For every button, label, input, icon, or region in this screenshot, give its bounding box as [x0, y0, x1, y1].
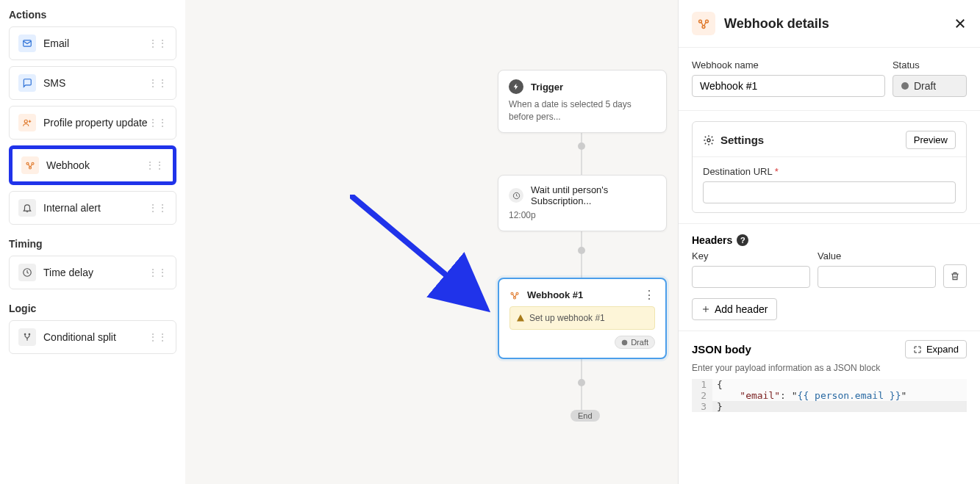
action-sms[interactable]: SMS ⋮⋮: [9, 66, 176, 100]
webhook-details-panel: Webhook details Webhook name Status Draf…: [678, 0, 980, 484]
action-time-delay[interactable]: Time delay ⋮⋮: [9, 256, 176, 289]
section-logic-title: Logic: [9, 300, 176, 320]
draft-pill: Draft: [615, 336, 655, 349]
trigger-node[interactable]: Trigger When a date is selected 5 days b…: [498, 70, 667, 133]
flow-dot: [578, 247, 585, 254]
gear-icon: [703, 134, 715, 146]
header-value-label: Value: [818, 250, 936, 261]
plus-icon: [701, 305, 710, 314]
headers-title: Headers: [692, 234, 732, 246]
header-key-label: Key: [692, 250, 810, 261]
section-timing-title: Timing: [9, 235, 176, 256]
end-pill: End: [571, 410, 600, 422]
drag-handle-icon[interactable]: ⋮⋮: [148, 267, 167, 278]
warning-text: Set up webhook #1: [529, 313, 605, 323]
flow-canvas[interactable]: Trigger When a date is selected 5 days b…: [185, 0, 678, 484]
header-value-input[interactable]: [818, 266, 936, 288]
json-body-title: JSON body: [692, 343, 751, 355]
alert-icon: [18, 199, 36, 217]
svg-point-12: [699, 20, 702, 23]
action-conditional-split[interactable]: Conditional split ⋮⋮: [9, 320, 176, 354]
svg-point-1: [24, 120, 27, 123]
split-icon: [18, 328, 36, 346]
destination-url-input[interactable]: [703, 181, 956, 203]
trigger-icon: [509, 79, 523, 94]
annotation-arrow: [350, 195, 497, 319]
svg-line-11: [350, 195, 486, 308]
json-body-editor[interactable]: 1{ 2 "email": "{{ person.email }}" 3}: [692, 379, 967, 412]
status-label: Status: [893, 59, 967, 71]
draft-icon: [621, 339, 628, 346]
status-button[interactable]: Draft: [893, 75, 967, 97]
warning-icon: [516, 314, 525, 322]
flow-dot: [578, 142, 585, 150]
clock-icon: [18, 264, 36, 281]
node-title: Webhook #1: [527, 289, 583, 300]
email-icon: [18, 35, 36, 52]
drag-handle-icon[interactable]: ⋮⋮: [148, 331, 167, 343]
sms-icon: [18, 74, 36, 92]
action-webhook[interactable]: Webhook ⋮⋮: [9, 145, 176, 185]
wait-time: 12:00p: [509, 209, 656, 222]
action-label: Profile property update: [43, 117, 148, 129]
action-internal-alert[interactable]: Internal alert ⋮⋮: [9, 191, 176, 225]
drag-handle-icon[interactable]: ⋮⋮: [148, 202, 167, 214]
webhook-name-input[interactable]: [692, 75, 885, 97]
expand-icon: [913, 345, 922, 354]
expand-button[interactable]: Expand: [905, 340, 967, 358]
destination-url-label: Destination URL *: [703, 166, 956, 177]
webhook-icon: [21, 156, 39, 174]
actions-sidebar: Actions Email ⋮⋮ SMS ⋮⋮ Profile property…: [0, 0, 185, 484]
draft-icon: [901, 82, 909, 90]
clock-icon: [509, 188, 523, 203]
action-label: Time delay: [43, 267, 93, 278]
header-key-input[interactable]: [692, 266, 810, 288]
preview-button[interactable]: Preview: [906, 131, 956, 149]
wait-node[interactable]: Wait until person's Subscription... 12:0…: [498, 175, 667, 231]
help-icon[interactable]: ?: [737, 234, 748, 246]
node-title: Trigger: [531, 82, 563, 93]
action-label: SMS: [43, 77, 65, 89]
drag-handle-icon[interactable]: ⋮⋮: [148, 77, 167, 89]
node-title: Wait until person's Subscription...: [531, 184, 656, 206]
svg-point-13: [706, 20, 709, 23]
panel-title: Webhook details: [724, 16, 829, 32]
svg-point-7: [511, 292, 513, 295]
action-label: Webhook: [46, 159, 90, 171]
flow-dot: [578, 379, 585, 386]
drag-handle-icon[interactable]: ⋮⋮: [145, 159, 164, 171]
svg-point-15: [901, 82, 909, 90]
more-icon[interactable]: ⋮: [643, 288, 655, 302]
webhook-node[interactable]: Webhook #1 ⋮ Set up webhook #1 Draft: [498, 278, 667, 359]
node-warning: Set up webhook #1: [509, 306, 655, 330]
settings-title: Settings: [720, 134, 764, 146]
trash-icon: [950, 271, 960, 281]
svg-point-10: [622, 339, 628, 345]
svg-point-16: [707, 139, 710, 142]
drag-handle-icon[interactable]: ⋮⋮: [148, 37, 167, 49]
close-icon[interactable]: [954, 17, 967, 30]
drag-handle-icon[interactable]: ⋮⋮: [148, 117, 167, 129]
action-email[interactable]: Email ⋮⋮: [9, 26, 176, 60]
webhook-icon: [509, 290, 520, 300]
action-profile-property-update[interactable]: Profile property update ⋮⋮: [9, 106, 176, 140]
action-label: Internal alert: [43, 202, 101, 214]
action-label: Conditional split: [43, 331, 116, 343]
node-subtitle: When a date is selected 5 days before pe…: [509, 98, 656, 123]
profile-update-icon: [18, 114, 36, 131]
svg-point-8: [516, 292, 518, 295]
section-actions-title: Actions: [9, 6, 176, 26]
webhook-name-label: Webhook name: [692, 59, 885, 71]
action-label: Email: [43, 37, 69, 49]
webhook-icon: [692, 12, 715, 35]
json-body-help: Enter your payload information as a JSON…: [692, 363, 967, 373]
delete-header-button[interactable]: [943, 264, 967, 288]
svg-point-3: [32, 162, 34, 165]
add-header-button[interactable]: Add header: [692, 298, 777, 320]
svg-point-2: [26, 162, 29, 165]
